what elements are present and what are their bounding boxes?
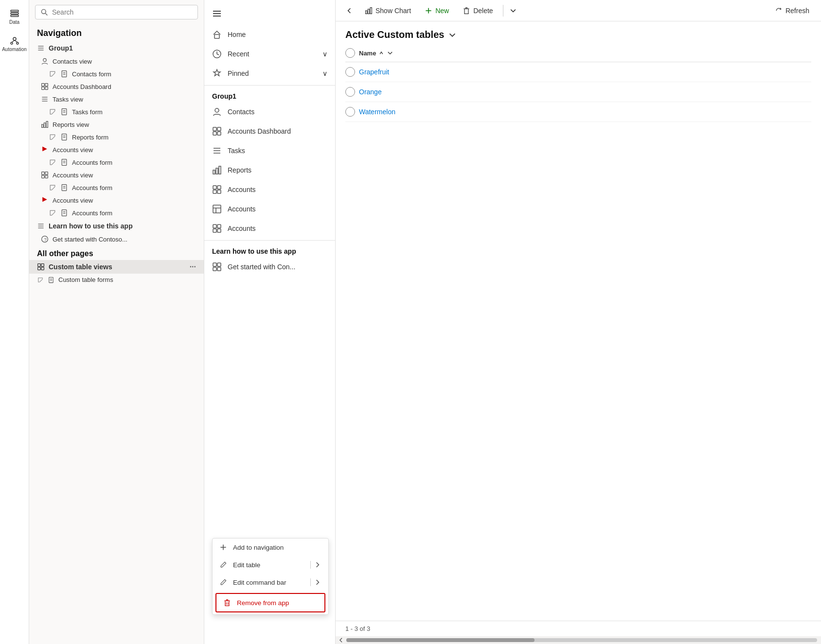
context-menu: Add to navigation Edit table Edit comman… xyxy=(212,538,329,615)
svg-rect-37 xyxy=(62,159,67,166)
nav-accounts-dashboard[interactable]: Accounts Dashboard xyxy=(29,80,204,93)
svg-rect-72 xyxy=(217,127,221,131)
svg-rect-41 xyxy=(45,172,48,175)
nav-tasks-view[interactable]: Tasks view xyxy=(29,93,204,105)
show-chart-button[interactable]: Show Chart xyxy=(359,4,417,17)
flyout-contacts[interactable]: Contacts xyxy=(204,102,335,122)
learn-label: Learn how to use this app xyxy=(49,222,133,230)
data-table: Name Grapefruit Orange Watermelon xyxy=(336,44,821,621)
flyout-accounts-dashboard-label: Accounts Dashboard xyxy=(228,127,291,135)
ctx-remove-from-app[interactable]: Remove from app xyxy=(215,593,325,612)
recent-label: Recent xyxy=(228,50,249,58)
scroll-left-icon[interactable] xyxy=(338,637,344,644)
svg-rect-78 xyxy=(213,170,215,174)
home-label: Home xyxy=(228,31,246,38)
svg-rect-21 xyxy=(45,87,48,90)
pagination-text: 1 - 3 of 3 xyxy=(345,625,370,632)
name-column-header[interactable]: Name xyxy=(359,50,393,57)
flyout-tasks[interactable]: Tasks xyxy=(204,141,335,160)
flyout-divider-2 xyxy=(204,240,335,241)
flyout-accounts-3[interactable]: Accounts xyxy=(204,219,335,238)
row-link-orange[interactable]: Orange xyxy=(359,88,382,96)
nav-custom-table-forms[interactable]: Custom table forms xyxy=(29,274,204,286)
grid-icon2 xyxy=(37,263,45,271)
svg-rect-84 xyxy=(217,190,221,193)
svg-rect-59 xyxy=(38,267,41,270)
ctx-edit-command-bar[interactable]: Edit command bar xyxy=(213,574,328,591)
svg-rect-90 xyxy=(213,229,216,232)
flyout-get-started[interactable]: Get started with Con... xyxy=(204,257,335,277)
delete-button[interactable]: Delete xyxy=(457,4,499,17)
flyout-pinned[interactable]: Pinned ∨ xyxy=(204,64,335,83)
custom-table-views-label: Custom table views xyxy=(49,263,112,271)
svg-rect-83 xyxy=(213,190,216,193)
ctx-edit-table[interactable]: Edit table xyxy=(213,556,328,574)
nav-custom-table-views[interactable]: Custom table views ··· xyxy=(29,260,204,274)
refresh-button[interactable]: Refresh xyxy=(769,4,815,17)
nav-accounts-view-1[interactable]: Accounts view xyxy=(29,143,204,156)
flyout-dashboard-icon xyxy=(212,126,222,136)
nav-contacts-view[interactable]: Contacts view xyxy=(29,55,204,68)
flyout-recent[interactable]: Recent ∨ xyxy=(204,44,335,64)
flyout-reports[interactable]: Reports xyxy=(204,160,335,180)
nav-accounts-form-3[interactable]: Accounts form xyxy=(29,207,204,219)
nav-accounts-form-2[interactable]: Accounts form xyxy=(29,181,204,194)
nav-get-started[interactable]: ? Get started with Contoso... xyxy=(29,233,204,245)
row-checkbox-watermelon[interactable] xyxy=(345,107,355,117)
row-checkbox-grapefruit[interactable] xyxy=(345,67,355,77)
select-all-checkbox[interactable] xyxy=(345,48,355,58)
dashboard-icon xyxy=(41,83,49,90)
svg-rect-79 xyxy=(216,168,218,174)
toolbar-more-button[interactable] xyxy=(507,4,519,17)
svg-rect-94 xyxy=(213,267,216,271)
svg-rect-1 xyxy=(11,13,18,14)
nav-contacts-form[interactable]: Contacts form xyxy=(29,68,204,80)
ctx-add-to-nav[interactable]: Add to navigation xyxy=(213,539,328,556)
svg-line-44 xyxy=(52,187,54,190)
refresh-icon xyxy=(775,7,783,15)
row-link-watermelon[interactable]: Watermelon xyxy=(359,108,395,116)
nav-reports-view[interactable]: Reports view xyxy=(29,118,204,131)
search-input[interactable] xyxy=(52,8,193,16)
table-row-orange: Orange xyxy=(345,82,811,102)
form-icon xyxy=(60,70,68,78)
flyout-accounts-dashboard[interactable]: Accounts Dashboard xyxy=(204,122,335,141)
nav-accounts-form-1[interactable]: Accounts form xyxy=(29,156,204,169)
new-button[interactable]: New xyxy=(419,4,455,17)
search-box[interactable] xyxy=(35,5,198,19)
ctx-edit-command-bar-label: Edit command bar xyxy=(233,579,286,586)
hamburger-button[interactable] xyxy=(204,4,335,25)
subitem-icon xyxy=(49,70,56,78)
pinned-label: Pinned xyxy=(228,70,249,77)
show-chart-label: Show Chart xyxy=(375,7,411,15)
horizontal-scrollbar[interactable] xyxy=(336,636,821,644)
rail-automation[interactable]: Automation xyxy=(3,32,26,55)
flyout-accounts-2[interactable]: Accounts xyxy=(204,199,335,219)
back-button[interactable] xyxy=(341,4,357,17)
nav-accounts-view-3[interactable]: Accounts view xyxy=(29,194,204,207)
content-title-chevron-icon[interactable] xyxy=(448,31,457,39)
svg-line-14 xyxy=(52,73,54,76)
svg-rect-0 xyxy=(11,10,18,12)
sort-toggle-icon[interactable] xyxy=(387,50,393,56)
rail-data[interactable]: Data xyxy=(3,5,26,28)
recent-icon xyxy=(212,49,222,59)
flyout-learn-title: Learn how to use this app xyxy=(204,243,335,257)
accounts-view-3-label: Accounts view xyxy=(53,197,93,204)
row-checkbox-orange[interactable] xyxy=(345,87,355,97)
help-icon-nav: ? xyxy=(41,235,49,243)
flyout-accounts-1-label: Accounts xyxy=(228,186,256,193)
flyout-accounts-1[interactable]: Accounts xyxy=(204,180,335,199)
nav-tasks-form[interactable]: Tasks form xyxy=(29,105,204,118)
flyout-group1-title: Group1 xyxy=(204,87,335,102)
separator1 xyxy=(310,561,311,569)
tasks-form-label: Tasks form xyxy=(72,108,103,116)
grid-icon xyxy=(41,171,49,179)
nav-accounts-view-2[interactable]: Accounts view xyxy=(29,169,204,181)
nav-reports-form[interactable]: Reports form xyxy=(29,131,204,143)
new-label: New xyxy=(435,7,449,15)
subitem-icon3 xyxy=(49,133,56,141)
context-menu-trigger[interactable]: ··· xyxy=(190,262,196,271)
flyout-home[interactable]: Home xyxy=(204,25,335,44)
row-link-grapefruit[interactable]: Grapefruit xyxy=(359,68,389,76)
